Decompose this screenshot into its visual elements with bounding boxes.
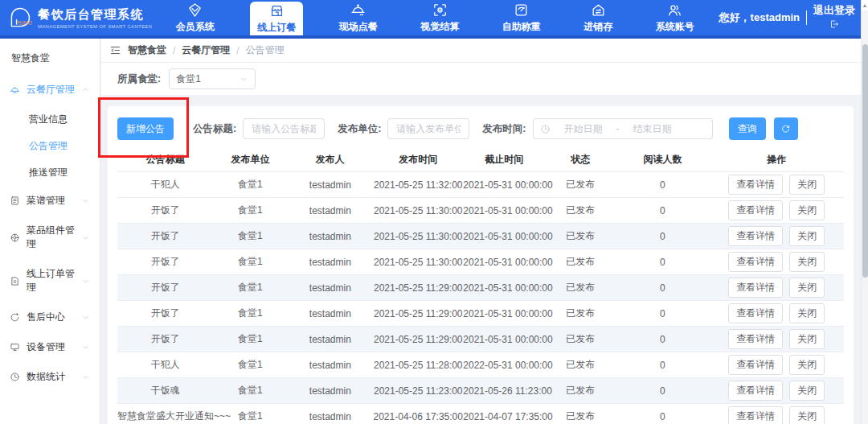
close-announcement-button[interactable]: 关闭 — [789, 406, 825, 424]
top-nav-item[interactable]: 会员系统 — [169, 0, 222, 35]
cell-status: 已发布 — [545, 332, 616, 346]
close-announcement-button[interactable]: 关闭 — [789, 175, 825, 195]
sidebar-item-cloud-canteen[interactable]: 云餐厅管理 — [0, 73, 100, 106]
logout-button[interactable]: 退出登录 — [813, 3, 855, 31]
clock-icon — [540, 124, 551, 134]
sidebar-subitem-label: 推送管理 — [29, 167, 68, 178]
sidebar-item[interactable]: 售后中心 — [0, 303, 100, 332]
top-nav-item[interactable]: 自助称重 — [495, 0, 548, 35]
add-announcement-button[interactable]: 新增公告 — [117, 117, 174, 140]
cell-readers: 0 — [616, 257, 710, 268]
close-announcement-button[interactable]: 关闭 — [789, 303, 825, 323]
top-header: 智慧食堂 餐饮后台管理系统 MANAGEMENT SYSTEM OF SMART… — [0, 0, 868, 35]
view-detail-button[interactable]: 查看详情 — [728, 200, 783, 220]
view-detail-button[interactable]: 查看详情 — [728, 278, 783, 298]
top-nav: 会员系统 线上订餐 现场点餐 视觉结算 自助称重 — [154, 0, 716, 35]
table-row: 干犯人 食堂1 testadmin 2021-05-25 11:32:00 20… — [117, 172, 844, 198]
top-nav-item[interactable]: 现场点餐 — [332, 0, 385, 35]
canteen-select[interactable]: 食堂1 — [169, 68, 256, 89]
top-nav-item[interactable]: 系统账号 — [649, 0, 702, 35]
breadcrumb-panel: 智慧食堂 / 云餐厅管理 / 公告管理 所属食堂: 食堂1 — [101, 39, 868, 95]
cell-actions: 查看详情 关闭 — [710, 303, 844, 323]
cell-deadline: 2021-05-31 00:00:00 — [463, 257, 545, 268]
column-header: 操作 — [710, 153, 844, 167]
sidebar-item-label: 数据统计 — [27, 370, 65, 384]
close-announcement-button[interactable]: 关闭 — [789, 252, 825, 272]
table-row: 智慧食堂盛大开业通知~~~ 食堂1 testadmin 2021-04-06 1… — [117, 404, 844, 424]
cell-status: 已发布 — [545, 178, 616, 191]
breadcrumb-item[interactable]: 智慧食堂 — [128, 43, 166, 57]
view-detail-button[interactable]: 查看详情 — [728, 226, 783, 246]
cell-unit: 食堂1 — [213, 358, 287, 372]
scrollbar[interactable]: ▲ — [861, 0, 868, 424]
table-row: 开饭了 食堂1 testadmin 2021-05-25 11:30:00 20… — [117, 249, 844, 275]
table-row: 开饭了 食堂1 testadmin 2021-05-25 11:30:00 20… — [117, 224, 844, 249]
top-nav-item[interactable]: 视觉结算 — [413, 0, 466, 35]
query-button[interactable]: 查询 — [729, 117, 766, 140]
table-row: 开饭了 食堂1 testadmin 2021-05-25 11:29:00 20… — [117, 301, 844, 327]
sidebar-item[interactable]: 菜品组件管理 — [0, 216, 100, 259]
view-detail-button[interactable]: 查看详情 — [728, 329, 783, 349]
cell-actions: 查看详情 关闭 — [710, 355, 844, 375]
top-nav-label: 系统账号 — [656, 20, 694, 34]
sidebar-item[interactable]: 线上订单管理 — [0, 259, 100, 303]
start-date-input[interactable] — [552, 123, 615, 134]
cell-status: 已发布 — [545, 358, 616, 372]
end-date-input[interactable] — [621, 123, 684, 134]
refresh-button[interactable] — [774, 117, 798, 140]
scrollbar-up-arrow[interactable]: ▲ — [862, 0, 868, 10]
close-announcement-button[interactable]: 关闭 — [789, 381, 825, 401]
close-announcement-button[interactable]: 关闭 — [789, 226, 825, 246]
cell-publisher: testadmin — [288, 385, 374, 397]
cell-title: 智慧食堂盛大开业通知~~~ — [117, 410, 213, 423]
cell-publish-time: 2021-05-25 11:23:00 — [373, 385, 463, 397]
cell-deadline: 2021-05-31 00:00:00 — [463, 282, 545, 294]
sidebar-item[interactable]: 数据统计 — [0, 362, 100, 392]
table-row: 开饭了 食堂1 testadmin 2021-05-25 11:30:00 20… — [117, 198, 844, 224]
view-detail-button[interactable]: 查看详情 — [728, 355, 783, 375]
announcement-card: 新增公告 公告标题: 发布单位: 发布时间: - 查询 公告标题 发布单位 发布… — [108, 106, 854, 424]
sidebar-subitem[interactable]: 推送管理 — [0, 159, 100, 186]
close-announcement-button[interactable]: 关闭 — [789, 278, 825, 298]
sidebar-subitem[interactable]: 营业信息 — [0, 106, 100, 133]
chevron-down-icon — [81, 233, 90, 242]
stats-icon — [10, 372, 20, 382]
view-detail-button[interactable]: 查看详情 — [728, 303, 783, 323]
cell-actions: 查看详情 关闭 — [710, 226, 844, 246]
cell-deadline: 2022-05-31 00:00:00 — [463, 360, 545, 371]
cloud-dish-icon — [10, 84, 20, 95]
top-nav-item[interactable]: 线上订餐 — [250, 2, 303, 35]
scale-icon — [514, 2, 529, 18]
unit-filter-input[interactable] — [387, 118, 469, 139]
sidebar-item[interactable]: 菜谱管理 — [0, 186, 100, 216]
cell-actions: 查看详情 关闭 — [710, 278, 844, 298]
sidebar-subitem[interactable]: 公告管理 — [0, 133, 100, 159]
user-greeting: 您好，testadmin — [719, 10, 800, 25]
column-header: 发布单位 — [213, 153, 287, 167]
sidebar-item[interactable]: 设备管理 — [0, 332, 100, 362]
close-announcement-button[interactable]: 关闭 — [789, 200, 825, 220]
scan-icon — [432, 2, 448, 18]
announcement-table: 干犯人 食堂1 testadmin 2021-05-25 11:32:00 20… — [117, 172, 844, 424]
cell-readers: 0 — [616, 282, 710, 294]
order-icon — [10, 276, 20, 286]
menu-fold-icon[interactable] — [109, 44, 121, 56]
cell-deadline: 2021-05-26 11:23:00 — [463, 385, 545, 397]
close-announcement-button[interactable]: 关闭 — [789, 355, 825, 375]
breadcrumb-item[interactable]: 云餐厅管理 — [182, 43, 230, 57]
table-row: 干犯人 食堂1 testadmin 2021-05-25 11:28:00 20… — [117, 352, 844, 378]
date-range-picker[interactable]: - — [533, 118, 713, 139]
scrollbar-thumb[interactable] — [862, 44, 868, 278]
top-nav-item[interactable]: 进销存 — [576, 0, 620, 35]
column-header: 截止时间 — [463, 153, 545, 167]
view-detail-button[interactable]: 查看详情 — [728, 175, 783, 195]
view-detail-button[interactable]: 查看详情 — [728, 406, 783, 424]
top-nav-label: 自助称重 — [502, 20, 541, 34]
view-detail-button[interactable]: 查看详情 — [728, 252, 783, 272]
cell-deadline: 2021-05-31 00:00:00 — [463, 205, 545, 216]
chevron-down-icon — [81, 313, 90, 322]
close-announcement-button[interactable]: 关闭 — [789, 329, 825, 349]
title-filter-input[interactable] — [243, 118, 325, 139]
view-detail-button[interactable]: 查看详情 — [728, 381, 783, 401]
toolbar: 新增公告 公告标题: 发布单位: 发布时间: - 查询 — [117, 117, 844, 140]
